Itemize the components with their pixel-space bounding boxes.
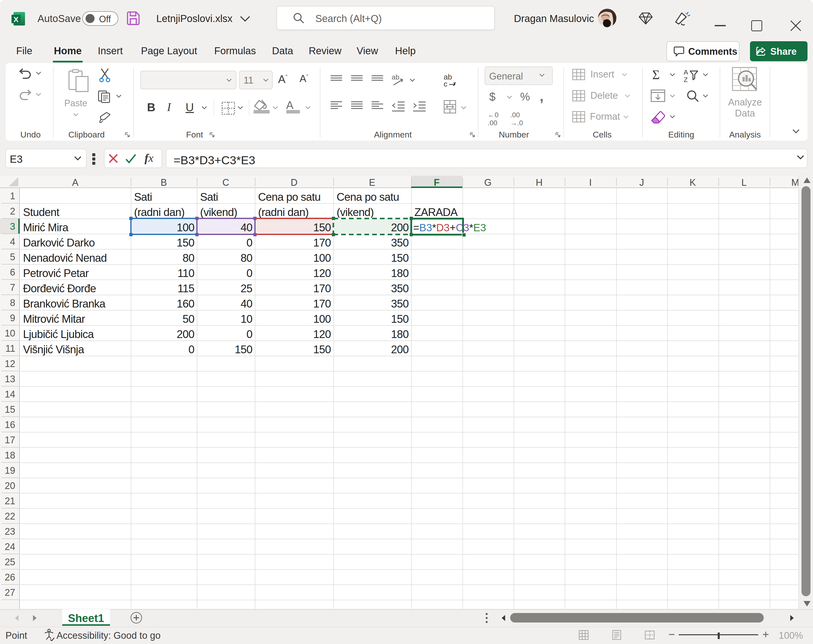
svg-text:ab: ab [392, 74, 399, 81]
svg-text:A: A [684, 69, 688, 76]
svg-text:c: c [443, 80, 447, 87]
svg-text:Z: Z [684, 76, 688, 83]
svg-text:X: X [14, 15, 18, 23]
